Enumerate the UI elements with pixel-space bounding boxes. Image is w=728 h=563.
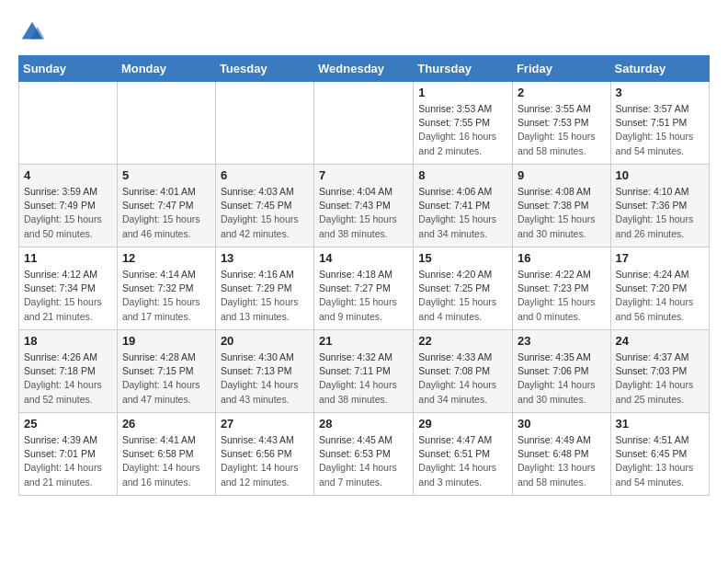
calendar-cell: 2 Sunrise: 3:55 AMSunset: 7:53 PMDayligh… (512, 82, 610, 165)
day-detail: Sunrise: 4:33 AMSunset: 7:08 PMDaylight:… (418, 350, 507, 407)
col-header-saturday: Saturday (610, 56, 709, 82)
calendar-cell: 28 Sunrise: 4:45 AMSunset: 6:53 PMDaylig… (314, 413, 414, 496)
day-detail: Sunrise: 4:04 AMSunset: 7:43 PMDaylight:… (319, 185, 408, 241)
day-number: 24 (616, 334, 704, 348)
day-number: 2 (518, 86, 606, 99)
logo (18, 18, 50, 46)
day-number: 14 (319, 251, 408, 265)
day-detail: Sunrise: 4:06 AMSunset: 7:41 PMDaylight:… (418, 185, 507, 241)
calendar-cell: 29 Sunrise: 4:47 AMSunset: 6:51 PMDaylig… (414, 413, 513, 496)
calendar-cell (215, 82, 313, 165)
day-number: 16 (518, 251, 606, 265)
day-number: 4 (24, 168, 112, 182)
calendar-cell: 18 Sunrise: 4:26 AMSunset: 7:18 PMDaylig… (19, 330, 118, 413)
day-detail: Sunrise: 4:22 AMSunset: 7:23 PMDaylight:… (518, 268, 606, 324)
calendar-cell: 31 Sunrise: 4:51 AMSunset: 6:45 PMDaylig… (610, 413, 709, 496)
day-number: 8 (418, 168, 507, 182)
day-number: 11 (24, 251, 112, 265)
calendar-week-row: 18 Sunrise: 4:26 AMSunset: 7:18 PMDaylig… (19, 330, 710, 413)
calendar-table: SundayMondayTuesdayWednesdayThursdayFrid… (18, 55, 710, 496)
day-number: 21 (319, 334, 408, 348)
calendar-cell: 16 Sunrise: 4:22 AMSunset: 7:23 PMDaylig… (512, 247, 610, 330)
calendar-cell: 11 Sunrise: 4:12 AMSunset: 7:34 PMDaylig… (19, 247, 118, 330)
day-number: 6 (221, 168, 309, 182)
day-number: 17 (616, 251, 704, 265)
calendar-cell: 9 Sunrise: 4:08 AMSunset: 7:38 PMDayligh… (512, 165, 610, 247)
calendar-cell: 4 Sunrise: 3:59 AMSunset: 7:49 PMDayligh… (19, 165, 118, 247)
calendar-cell: 21 Sunrise: 4:32 AMSunset: 7:11 PMDaylig… (314, 330, 414, 413)
day-number: 30 (518, 417, 606, 431)
day-number: 5 (122, 168, 210, 182)
day-number: 25 (24, 417, 112, 431)
day-detail: Sunrise: 4:18 AMSunset: 7:27 PMDaylight:… (319, 268, 408, 324)
day-detail: Sunrise: 4:37 AMSunset: 7:03 PMDaylight:… (616, 350, 704, 407)
day-number: 28 (319, 417, 408, 431)
day-detail: Sunrise: 3:55 AMSunset: 7:53 PMDaylight:… (518, 102, 606, 158)
day-number: 27 (221, 417, 309, 431)
day-number: 3 (616, 86, 704, 99)
day-detail: Sunrise: 4:51 AMSunset: 6:45 PMDaylight:… (616, 433, 704, 489)
day-detail: Sunrise: 4:26 AMSunset: 7:18 PMDaylight:… (24, 350, 112, 407)
day-number: 12 (122, 251, 210, 265)
day-number: 9 (518, 168, 606, 182)
col-header-friday: Friday (512, 56, 610, 82)
day-number: 23 (518, 334, 606, 348)
calendar-week-row: 4 Sunrise: 3:59 AMSunset: 7:49 PMDayligh… (19, 165, 710, 247)
day-number: 20 (221, 334, 309, 348)
calendar-cell: 5 Sunrise: 4:01 AMSunset: 7:47 PMDayligh… (117, 165, 215, 247)
day-detail: Sunrise: 3:57 AMSunset: 7:51 PMDaylight:… (616, 102, 704, 158)
day-detail: Sunrise: 3:59 AMSunset: 7:49 PMDaylight:… (24, 185, 112, 241)
day-detail: Sunrise: 4:28 AMSunset: 7:15 PMDaylight:… (122, 350, 210, 407)
calendar-week-row: 25 Sunrise: 4:39 AMSunset: 7:01 PMDaylig… (19, 413, 710, 496)
calendar-cell: 30 Sunrise: 4:49 AMSunset: 6:48 PMDaylig… (512, 413, 610, 496)
day-number: 26 (122, 417, 210, 431)
calendar-cell: 19 Sunrise: 4:28 AMSunset: 7:15 PMDaylig… (117, 330, 215, 413)
day-number: 22 (418, 334, 507, 348)
calendar-cell: 23 Sunrise: 4:35 AMSunset: 7:06 PMDaylig… (512, 330, 610, 413)
day-detail: Sunrise: 4:32 AMSunset: 7:11 PMDaylight:… (319, 350, 408, 407)
calendar-cell: 25 Sunrise: 4:39 AMSunset: 7:01 PMDaylig… (19, 413, 118, 496)
day-number: 7 (319, 168, 408, 182)
calendar-cell: 24 Sunrise: 4:37 AMSunset: 7:03 PMDaylig… (610, 330, 709, 413)
calendar-cell: 1 Sunrise: 3:53 AMSunset: 7:55 PMDayligh… (414, 82, 513, 165)
day-detail: Sunrise: 4:03 AMSunset: 7:45 PMDaylight:… (221, 185, 309, 241)
day-detail: Sunrise: 4:49 AMSunset: 6:48 PMDaylight:… (518, 433, 606, 489)
day-detail: Sunrise: 4:41 AMSunset: 6:58 PMDaylight:… (122, 433, 210, 489)
calendar-cell: 20 Sunrise: 4:30 AMSunset: 7:13 PMDaylig… (215, 330, 313, 413)
calendar-cell: 3 Sunrise: 3:57 AMSunset: 7:51 PMDayligh… (610, 82, 709, 165)
day-number: 18 (24, 334, 112, 348)
col-header-sunday: Sunday (19, 56, 118, 82)
day-number: 10 (616, 168, 704, 182)
calendar-cell: 12 Sunrise: 4:14 AMSunset: 7:32 PMDaylig… (117, 247, 215, 330)
calendar-cell: 10 Sunrise: 4:10 AMSunset: 7:36 PMDaylig… (610, 165, 709, 247)
calendar-cell (314, 82, 414, 165)
day-detail: Sunrise: 4:45 AMSunset: 6:53 PMDaylight:… (319, 433, 408, 489)
col-header-tuesday: Tuesday (215, 56, 313, 82)
calendar-week-row: 11 Sunrise: 4:12 AMSunset: 7:34 PMDaylig… (19, 247, 710, 330)
day-number: 1 (418, 86, 507, 99)
day-number: 29 (418, 417, 507, 431)
day-detail: Sunrise: 4:14 AMSunset: 7:32 PMDaylight:… (122, 268, 210, 324)
day-detail: Sunrise: 4:12 AMSunset: 7:34 PMDaylight:… (24, 268, 112, 324)
day-detail: Sunrise: 4:43 AMSunset: 6:56 PMDaylight:… (221, 433, 309, 489)
calendar-cell: 15 Sunrise: 4:20 AMSunset: 7:25 PMDaylig… (414, 247, 513, 330)
day-number: 13 (221, 251, 309, 265)
day-detail: Sunrise: 4:20 AMSunset: 7:25 PMDaylight:… (418, 268, 507, 324)
calendar-cell: 13 Sunrise: 4:16 AMSunset: 7:29 PMDaylig… (215, 247, 313, 330)
calendar-cell (117, 82, 215, 165)
day-detail: Sunrise: 4:16 AMSunset: 7:29 PMDaylight:… (221, 268, 309, 324)
day-detail: Sunrise: 4:10 AMSunset: 7:36 PMDaylight:… (616, 185, 704, 241)
calendar-cell: 6 Sunrise: 4:03 AMSunset: 7:45 PMDayligh… (215, 165, 313, 247)
calendar-week-row: 1 Sunrise: 3:53 AMSunset: 7:55 PMDayligh… (19, 82, 710, 165)
calendar-cell: 14 Sunrise: 4:18 AMSunset: 7:27 PMDaylig… (314, 247, 414, 330)
day-detail: Sunrise: 4:47 AMSunset: 6:51 PMDaylight:… (418, 433, 507, 489)
calendar-cell: 27 Sunrise: 4:43 AMSunset: 6:56 PMDaylig… (215, 413, 313, 496)
day-detail: Sunrise: 4:24 AMSunset: 7:20 PMDaylight:… (616, 268, 704, 324)
calendar-cell: 26 Sunrise: 4:41 AMSunset: 6:58 PMDaylig… (117, 413, 215, 496)
col-header-wednesday: Wednesday (314, 56, 414, 82)
day-detail: Sunrise: 4:35 AMSunset: 7:06 PMDaylight:… (518, 350, 606, 407)
day-detail: Sunrise: 4:08 AMSunset: 7:38 PMDaylight:… (518, 185, 606, 241)
calendar-cell: 17 Sunrise: 4:24 AMSunset: 7:20 PMDaylig… (610, 247, 709, 330)
calendar-cell: 8 Sunrise: 4:06 AMSunset: 7:41 PMDayligh… (414, 165, 513, 247)
day-number: 19 (122, 334, 210, 348)
